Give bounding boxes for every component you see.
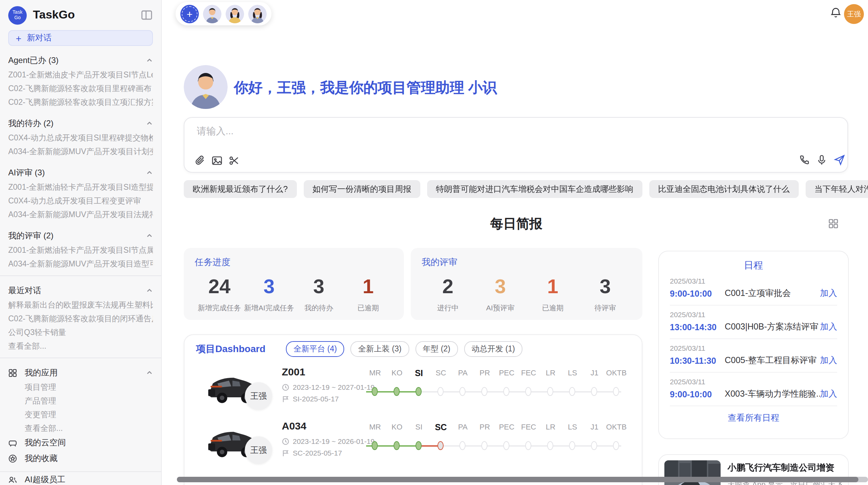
sidebar: TaskGo TaskGo + 新对话 Agent已办 (3)Z001-全新燃油… — [0, 0, 162, 485]
recent-chat-item[interactable]: 公司Q3轻卡销量 — [8, 325, 153, 339]
stat-value: 2 — [422, 275, 474, 297]
suggestion-chip[interactable]: 当下年轻人对汽车外观有怎样的喜好趋势 — [805, 180, 868, 198]
milestone-dot — [437, 441, 443, 450]
section-title: AI评审 (3) — [8, 167, 45, 178]
milestone-dot — [437, 387, 443, 396]
milestone-dot — [503, 441, 509, 450]
notification-bell-icon[interactable] — [830, 7, 842, 19]
sidebar-item[interactable]: A034-全新新能源MUV产品开发项目造型可行性评审 — [8, 257, 153, 271]
chevron-up-icon[interactable] — [146, 169, 153, 176]
project-dates: 2023-12-19 ~ 2026-01-19 — [282, 437, 375, 445]
sidebar-item[interactable]: Z001-全新燃油轻卡产品开发项目SI节点属性5D文件评审 — [8, 243, 153, 257]
user-avatar[interactable]: 王强 — [844, 4, 864, 24]
chat-input[interactable] — [195, 125, 678, 137]
schedule-time: 10:30-11:30 — [670, 356, 725, 365]
section-title: 我的待办 (2) — [8, 117, 53, 129]
stat-label: 已逾期 — [527, 303, 579, 313]
view-all-schedule-link[interactable]: 查看所有日程 — [670, 412, 837, 424]
dashboard-tab[interactable]: 年型 (2) — [415, 341, 458, 357]
stat-value: 3 — [474, 275, 527, 297]
suggestion-chip[interactable]: 欧洲新规最近颁布了什么? — [184, 180, 297, 198]
sidebar-link-cloud-drive[interactable]: 我的云空间 — [8, 435, 153, 451]
image-icon[interactable] — [211, 155, 223, 166]
new-chat-button[interactable]: + 新对话 — [8, 30, 153, 46]
app-logo: TaskGo — [8, 6, 27, 24]
suggestion-chip[interactable]: 比亚迪全固态电池计划具体说了什么 — [649, 180, 798, 198]
mic-icon[interactable] — [816, 154, 828, 166]
scissors-icon[interactable] — [228, 155, 240, 166]
dashboard-tab[interactable]: 动总开发 (1) — [464, 341, 523, 357]
briefing-layout-icon[interactable] — [828, 219, 839, 229]
send-icon[interactable] — [834, 154, 845, 166]
agent-avatar-2[interactable] — [226, 4, 244, 23]
agent-avatar-1[interactable] — [203, 4, 221, 23]
milestone-dot — [613, 441, 619, 450]
dashboard-tab[interactable]: 全新平台 (4) — [286, 341, 345, 357]
sidebar-item[interactable]: C0X4-动力总成开发项目SI里程碑提交物检查 — [8, 131, 153, 145]
join-link[interactable]: 加入 — [820, 388, 837, 400]
phone-icon[interactable] — [799, 154, 810, 166]
task-progress-card: 任务进度24新增完成任务3新增AI完成任务3我的待办1已逾期 — [184, 248, 404, 320]
sidebar-item[interactable]: A034-全新新能源MUV产品开发项目法规符合性评审 — [8, 208, 153, 221]
app-item[interactable]: 变更管理 — [8, 408, 153, 421]
daily-briefing-title: 每日简报 — [184, 215, 849, 233]
milestone-track: MRKOSISCPAPRPECFECLRLSJ1OKTB — [366, 423, 625, 457]
schedule-time: 9:00-10:00 — [670, 289, 725, 298]
suggestion-chip[interactable]: 如何写一份清晰的项目周报 — [303, 180, 420, 198]
sidebar-link-star-badge[interactable]: 我的收藏 — [8, 451, 153, 467]
chevron-up-icon[interactable] — [146, 369, 153, 376]
dashboard-tab[interactable]: 全新上装 (3) — [351, 341, 409, 357]
chat-input-card — [184, 117, 848, 173]
milestone-dot — [481, 441, 487, 450]
stat-item: 1已逾期 — [343, 275, 393, 313]
join-link[interactable]: 加入 — [820, 288, 837, 299]
chevron-up-icon[interactable] — [146, 57, 153, 64]
stat-value: 1 — [343, 275, 393, 297]
recent-chat-item[interactable]: 查看全部... — [8, 339, 153, 353]
app-item[interactable]: 项目管理 — [8, 380, 153, 394]
sidebar-section-header: 最近对话 — [8, 283, 153, 298]
app-item[interactable]: 查看全部... — [8, 421, 153, 435]
suggestion-chip[interactable]: 特朗普可能对进口汽车增税会对中国车企造成哪些影响 — [427, 180, 642, 198]
chevron-up-icon[interactable] — [146, 287, 153, 294]
schedule-event-title: X003-车辆动力学性能验... — [725, 388, 820, 400]
add-agent-button[interactable]: + — [180, 4, 199, 23]
milestone-dot — [371, 441, 377, 450]
recent-chat-item[interactable]: C02-飞腾新能源轻客改款项目的闭环通告反馈情况 — [8, 312, 153, 325]
milestone-dot — [569, 387, 575, 396]
app-item[interactable]: 产品管理 — [8, 394, 153, 408]
milestone-dot — [459, 387, 465, 396]
sidebar-item[interactable]: Z001-全新燃油轻卡产品开发项目SI造型提交物评审 — [8, 180, 153, 194]
stat-label: 待评审 — [579, 303, 631, 313]
schedule-date: 2025/03/11 — [670, 344, 837, 352]
join-link[interactable]: 加入 — [820, 355, 837, 366]
paperclip-icon[interactable] — [194, 155, 206, 166]
stat-item: 3新增AI完成任务 — [244, 275, 294, 313]
recent-chat-item[interactable]: 解释最新出台的欧盟报废车法规再生塑料比例被调至15%... — [8, 298, 153, 312]
milestone-dot — [525, 387, 531, 396]
user-name: 王强 — [847, 9, 861, 19]
sidebar-item[interactable]: C02-飞腾新能源轻客改款项目里程碑画布 — [8, 82, 153, 95]
stat-value: 3 — [579, 275, 631, 297]
project-name: A034 — [282, 420, 306, 432]
project-owner-avatar: 王强 — [245, 382, 272, 410]
milestone-dot — [415, 387, 421, 396]
schedule-row: 9:00-10:00X003-车辆动力学性能验...加入 — [670, 388, 837, 400]
milestone-dot — [393, 387, 399, 396]
sidebar-item[interactable]: C0X4-动力总成开发项目工程变更评审 — [8, 194, 153, 208]
sidebar-item[interactable]: A034-全新新能源MUV产品开发项目计划变更表编写 — [8, 145, 153, 158]
app-title: TaskGo — [33, 8, 141, 22]
milestone-dot — [393, 441, 399, 450]
chevron-up-icon[interactable] — [146, 232, 153, 239]
sidebar-item[interactable]: C02-飞腾新能源轻客改款项目立项汇报方案 — [8, 95, 153, 109]
panel-collapse-icon[interactable] — [141, 9, 153, 21]
chevron-up-icon[interactable] — [146, 120, 153, 127]
horizontal-scrollbar-thumb[interactable] — [177, 477, 858, 482]
agent-avatar-3[interactable] — [248, 4, 267, 23]
sidebar-tool-team[interactable]: AI超级员工 — [8, 472, 153, 485]
milestone-dot — [525, 441, 531, 450]
sidebar-item[interactable]: Z001-全新燃油皮卡产品开发项目SI节点Lesson Learn报告 — [8, 68, 153, 82]
stat-label: 新增AI完成任务 — [244, 303, 294, 313]
join-link[interactable]: 加入 — [820, 321, 837, 333]
sidebar-section-header: 我的应用 — [8, 365, 153, 380]
